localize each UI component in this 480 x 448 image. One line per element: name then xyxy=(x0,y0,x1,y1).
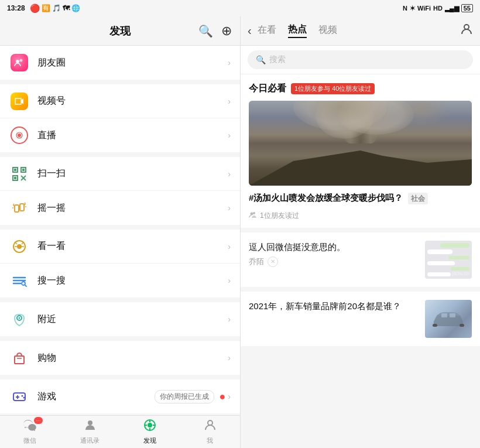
menu-item-game[interactable]: 游戏 你的周报已生成 ● › xyxy=(0,379,240,413)
shake-icon-wrap xyxy=(9,198,29,218)
svg-point-36 xyxy=(88,420,92,425)
scan-icon-wrap xyxy=(9,164,29,184)
browser-icon: 🌐 xyxy=(71,4,80,12)
signal-bars: ▂▄▆ xyxy=(445,5,459,12)
game-label: 游戏 xyxy=(37,391,155,403)
nfc-icon: N xyxy=(403,5,407,12)
tab-wechat[interactable]: ··· 微信 xyxy=(0,416,60,448)
wechat-reply-text: 逗人回微信挺没意思的。 乔陌 ✕ xyxy=(249,241,419,279)
menu-item-shake[interactable]: 摇一摇 › xyxy=(0,191,240,225)
car-sales-thumb xyxy=(425,300,472,338)
tab-wechat-label: 微信 xyxy=(23,436,36,445)
svg-rect-48 xyxy=(460,324,464,327)
section-title-row: 今日必看 1位朋友参与 40位朋友读过 xyxy=(249,83,472,95)
svg-point-28 xyxy=(19,317,20,319)
search-box[interactable]: 🔍 搜索 xyxy=(248,50,473,69)
wechat-reply-title: 逗人回微信挺没意思的。 xyxy=(249,241,419,253)
must-read-card: 今日必看 1位朋友参与 40位朋友读过 xyxy=(241,74,480,228)
search-one-label: 搜一搜 xyxy=(37,275,228,287)
chevron-icon-4: › xyxy=(228,203,231,213)
search-input[interactable]: 搜索 xyxy=(269,54,286,65)
video-channel-icon xyxy=(11,93,28,110)
news-tag: 社会 xyxy=(408,193,428,204)
menu-item-live[interactable]: 直播 › xyxy=(0,118,240,152)
menu-item-look[interactable]: 看一看 › xyxy=(0,230,240,264)
svg-rect-29 xyxy=(15,356,24,364)
add-button[interactable]: ⊕ xyxy=(221,23,232,39)
svg-rect-9 xyxy=(14,177,16,179)
menu-section-interact: 扫一扫 › xyxy=(0,157,240,225)
wechat-reply-card[interactable]: 逗人回微信挺没意思的。 乔陌 ✕ xyxy=(241,232,480,287)
menu-section-media: 视频号 › 直播 › xyxy=(0,84,240,152)
video-channel-icon-wrap xyxy=(9,91,29,111)
tab-me[interactable]: 我 xyxy=(180,416,241,448)
right-panel: ‹ 在看 热点 视频 🔍 搜索 xyxy=(240,16,480,448)
nearby-icon xyxy=(11,310,28,328)
friends-badge: 1位朋友参与 40位朋友读过 xyxy=(291,83,375,94)
menu-item-friends-circle[interactable]: 朋友圈 › xyxy=(0,46,240,80)
svg-point-44 xyxy=(464,25,469,29)
menu-item-scan[interactable]: 扫一扫 › xyxy=(0,157,240,191)
tab-hot[interactable]: 热点 xyxy=(288,23,307,38)
chevron-icon-6: › xyxy=(228,276,231,285)
svg-rect-12 xyxy=(15,205,19,212)
svg-point-38 xyxy=(148,423,152,428)
chevron-icon-0: › xyxy=(228,58,231,67)
status-bar: 13:28 🔴 🈶 🎵 🗺 🌐 N ✶ WiFi HD ▂▄▆ 55 xyxy=(0,0,480,16)
right-header: ‹ 在看 热点 视频 xyxy=(241,16,480,46)
watermark: jitdw.cn xyxy=(452,271,469,276)
tab-discover[interactable]: 发现 xyxy=(120,416,180,448)
back-button[interactable]: ‹ xyxy=(248,24,252,37)
tab-discover-label: 发现 xyxy=(143,436,156,445)
menu-item-video-channel[interactable]: 视频号 › xyxy=(0,84,240,118)
search-button[interactable]: 🔍 xyxy=(198,24,213,38)
svg-rect-7 xyxy=(14,169,16,171)
car-sales-text: 2021年，新车销量品牌前20名都是谁？ xyxy=(249,300,419,338)
left-header: 发现 🔍 ⊕ xyxy=(0,16,240,46)
tab-me-label: 我 xyxy=(207,436,213,445)
svg-point-19 xyxy=(17,244,22,249)
left-header-actions: 🔍 ⊕ xyxy=(198,23,232,39)
tab-video[interactable]: 视频 xyxy=(318,24,337,37)
icon2: 🈶 xyxy=(42,4,50,12)
tab-watching[interactable]: 在看 xyxy=(258,24,276,37)
chevron-icon-2: › xyxy=(228,131,231,140)
wechat-reply-author: 乔陌 xyxy=(249,257,264,267)
chevron-icon-1: › xyxy=(228,97,231,106)
tab-bar: ··· 微信 通讯录 xyxy=(0,415,240,448)
search-area: 🔍 搜索 xyxy=(241,46,480,74)
user-icon-button[interactable] xyxy=(460,23,473,39)
tab-contacts[interactable]: 通讯录 xyxy=(60,416,121,448)
menu-section-nearby: 附近 › xyxy=(0,302,240,336)
tab-contacts-label: 通讯录 xyxy=(80,436,100,445)
bluetooth-icon: ✶ xyxy=(410,5,415,12)
car-sales-card[interactable]: 2021年，新车销量品牌前20名都是谁？ xyxy=(241,292,480,346)
friends-circle-icon-wrap xyxy=(9,53,29,73)
menu-item-search-one[interactable]: 搜一搜 › xyxy=(0,264,240,297)
svg-line-26 xyxy=(25,285,27,287)
game-icon-wrap xyxy=(9,387,29,406)
search-one-icon-wrap xyxy=(9,271,29,290)
svg-point-46 xyxy=(253,212,255,214)
app-container: 发现 🔍 ⊕ xyxy=(0,16,480,448)
menu-item-shop[interactable]: 购物 › xyxy=(0,341,240,375)
menu-item-nearby[interactable]: 附近 › xyxy=(0,302,240,336)
shake-icon xyxy=(11,199,28,217)
svg-point-2 xyxy=(18,134,21,137)
volcano-news-image[interactable] xyxy=(249,101,472,186)
svg-rect-47 xyxy=(433,324,437,327)
search-magnifier-icon: 🔍 xyxy=(256,55,266,64)
news-headline: #汤加火山喷发会放缓全球变暖步伐吗？ 社会 xyxy=(249,191,472,205)
game-dot: ● xyxy=(219,391,225,403)
live-label: 直播 xyxy=(37,129,228,142)
contacts-tab-icon xyxy=(83,419,97,435)
news-friends-read: 1位朋友读过 xyxy=(249,211,472,221)
menu-section-social: 朋友圈 › xyxy=(0,46,240,80)
page-title: 发现 xyxy=(109,24,131,38)
chevron-icon-5: › xyxy=(228,242,231,251)
discover-tab-icon xyxy=(143,419,157,435)
chevron-icon-9: › xyxy=(228,392,231,401)
right-content: 今日必看 1位朋友参与 40位朋友读过 xyxy=(241,74,480,448)
close-button-wechat[interactable]: ✕ xyxy=(268,257,278,267)
wechat-reply-thumb: jitdw.cn xyxy=(425,241,472,279)
